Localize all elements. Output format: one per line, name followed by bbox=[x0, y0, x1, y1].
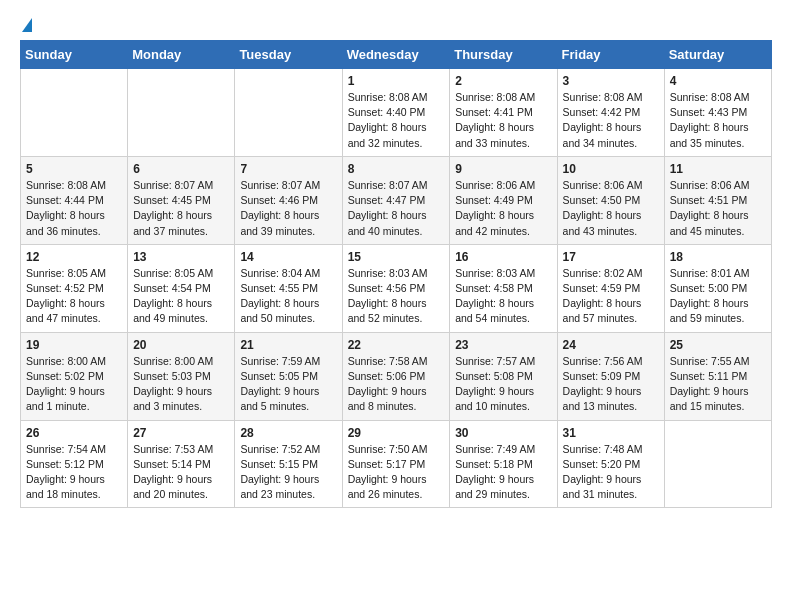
day-info: Sunrise: 8:08 AM Sunset: 4:41 PM Dayligh… bbox=[455, 90, 551, 151]
logo bbox=[20, 18, 32, 30]
day-number: 9 bbox=[455, 162, 551, 176]
day-number: 14 bbox=[240, 250, 336, 264]
day-info: Sunrise: 7:52 AM Sunset: 5:15 PM Dayligh… bbox=[240, 442, 336, 503]
day-info: Sunrise: 7:48 AM Sunset: 5:20 PM Dayligh… bbox=[563, 442, 659, 503]
day-number: 31 bbox=[563, 426, 659, 440]
day-info: Sunrise: 7:59 AM Sunset: 5:05 PM Dayligh… bbox=[240, 354, 336, 415]
day-number: 16 bbox=[455, 250, 551, 264]
calendar-cell: 18Sunrise: 8:01 AM Sunset: 5:00 PM Dayli… bbox=[664, 244, 771, 332]
calendar-week-row: 5Sunrise: 8:08 AM Sunset: 4:44 PM Daylig… bbox=[21, 156, 772, 244]
calendar-week-row: 19Sunrise: 8:00 AM Sunset: 5:02 PM Dayli… bbox=[21, 332, 772, 420]
calendar-cell: 16Sunrise: 8:03 AM Sunset: 4:58 PM Dayli… bbox=[450, 244, 557, 332]
calendar-cell: 3Sunrise: 8:08 AM Sunset: 4:42 PM Daylig… bbox=[557, 69, 664, 157]
day-number: 13 bbox=[133, 250, 229, 264]
calendar-cell: 22Sunrise: 7:58 AM Sunset: 5:06 PM Dayli… bbox=[342, 332, 450, 420]
calendar-cell: 13Sunrise: 8:05 AM Sunset: 4:54 PM Dayli… bbox=[128, 244, 235, 332]
day-info: Sunrise: 8:07 AM Sunset: 4:47 PM Dayligh… bbox=[348, 178, 445, 239]
day-info: Sunrise: 7:58 AM Sunset: 5:06 PM Dayligh… bbox=[348, 354, 445, 415]
day-info: Sunrise: 8:02 AM Sunset: 4:59 PM Dayligh… bbox=[563, 266, 659, 327]
day-info: Sunrise: 7:50 AM Sunset: 5:17 PM Dayligh… bbox=[348, 442, 445, 503]
logo-text bbox=[20, 18, 32, 34]
day-info: Sunrise: 7:53 AM Sunset: 5:14 PM Dayligh… bbox=[133, 442, 229, 503]
day-info: Sunrise: 8:08 AM Sunset: 4:42 PM Dayligh… bbox=[563, 90, 659, 151]
calendar-cell: 30Sunrise: 7:49 AM Sunset: 5:18 PM Dayli… bbox=[450, 420, 557, 508]
calendar-cell: 17Sunrise: 8:02 AM Sunset: 4:59 PM Dayli… bbox=[557, 244, 664, 332]
day-number: 17 bbox=[563, 250, 659, 264]
calendar-header-saturday: Saturday bbox=[664, 41, 771, 69]
calendar-cell: 25Sunrise: 7:55 AM Sunset: 5:11 PM Dayli… bbox=[664, 332, 771, 420]
day-number: 28 bbox=[240, 426, 336, 440]
day-number: 22 bbox=[348, 338, 445, 352]
day-number: 15 bbox=[348, 250, 445, 264]
day-info: Sunrise: 8:01 AM Sunset: 5:00 PM Dayligh… bbox=[670, 266, 766, 327]
calendar-header-row: SundayMondayTuesdayWednesdayThursdayFrid… bbox=[21, 41, 772, 69]
day-number: 8 bbox=[348, 162, 445, 176]
day-number: 5 bbox=[26, 162, 122, 176]
calendar-cell: 24Sunrise: 7:56 AM Sunset: 5:09 PM Dayli… bbox=[557, 332, 664, 420]
calendar-cell: 9Sunrise: 8:06 AM Sunset: 4:49 PM Daylig… bbox=[450, 156, 557, 244]
calendar-cell: 4Sunrise: 8:08 AM Sunset: 4:43 PM Daylig… bbox=[664, 69, 771, 157]
day-number: 27 bbox=[133, 426, 229, 440]
calendar-cell: 14Sunrise: 8:04 AM Sunset: 4:55 PM Dayli… bbox=[235, 244, 342, 332]
page: SundayMondayTuesdayWednesdayThursdayFrid… bbox=[0, 0, 792, 526]
day-info: Sunrise: 8:06 AM Sunset: 4:50 PM Dayligh… bbox=[563, 178, 659, 239]
calendar-cell: 21Sunrise: 7:59 AM Sunset: 5:05 PM Dayli… bbox=[235, 332, 342, 420]
calendar-header-sunday: Sunday bbox=[21, 41, 128, 69]
day-number: 21 bbox=[240, 338, 336, 352]
calendar-cell: 6Sunrise: 8:07 AM Sunset: 4:45 PM Daylig… bbox=[128, 156, 235, 244]
calendar-week-row: 1Sunrise: 8:08 AM Sunset: 4:40 PM Daylig… bbox=[21, 69, 772, 157]
calendar-cell: 31Sunrise: 7:48 AM Sunset: 5:20 PM Dayli… bbox=[557, 420, 664, 508]
day-number: 30 bbox=[455, 426, 551, 440]
calendar-cell bbox=[128, 69, 235, 157]
day-info: Sunrise: 8:06 AM Sunset: 4:49 PM Dayligh… bbox=[455, 178, 551, 239]
day-number: 20 bbox=[133, 338, 229, 352]
calendar-cell bbox=[21, 69, 128, 157]
day-info: Sunrise: 8:05 AM Sunset: 4:54 PM Dayligh… bbox=[133, 266, 229, 327]
calendar-week-row: 12Sunrise: 8:05 AM Sunset: 4:52 PM Dayli… bbox=[21, 244, 772, 332]
day-number: 7 bbox=[240, 162, 336, 176]
day-info: Sunrise: 8:03 AM Sunset: 4:58 PM Dayligh… bbox=[455, 266, 551, 327]
calendar-cell: 20Sunrise: 8:00 AM Sunset: 5:03 PM Dayli… bbox=[128, 332, 235, 420]
calendar-cell bbox=[235, 69, 342, 157]
day-number: 6 bbox=[133, 162, 229, 176]
day-info: Sunrise: 7:57 AM Sunset: 5:08 PM Dayligh… bbox=[455, 354, 551, 415]
logo-triangle-icon bbox=[22, 18, 32, 32]
day-info: Sunrise: 7:49 AM Sunset: 5:18 PM Dayligh… bbox=[455, 442, 551, 503]
calendar-header-monday: Monday bbox=[128, 41, 235, 69]
calendar-cell: 29Sunrise: 7:50 AM Sunset: 5:17 PM Dayli… bbox=[342, 420, 450, 508]
day-number: 11 bbox=[670, 162, 766, 176]
day-info: Sunrise: 8:08 AM Sunset: 4:44 PM Dayligh… bbox=[26, 178, 122, 239]
calendar-cell: 10Sunrise: 8:06 AM Sunset: 4:50 PM Dayli… bbox=[557, 156, 664, 244]
calendar-cell: 7Sunrise: 8:07 AM Sunset: 4:46 PM Daylig… bbox=[235, 156, 342, 244]
day-info: Sunrise: 8:08 AM Sunset: 4:40 PM Dayligh… bbox=[348, 90, 445, 151]
calendar-cell: 26Sunrise: 7:54 AM Sunset: 5:12 PM Dayli… bbox=[21, 420, 128, 508]
calendar-cell: 23Sunrise: 7:57 AM Sunset: 5:08 PM Dayli… bbox=[450, 332, 557, 420]
calendar-cell: 27Sunrise: 7:53 AM Sunset: 5:14 PM Dayli… bbox=[128, 420, 235, 508]
day-info: Sunrise: 7:55 AM Sunset: 5:11 PM Dayligh… bbox=[670, 354, 766, 415]
day-info: Sunrise: 7:54 AM Sunset: 5:12 PM Dayligh… bbox=[26, 442, 122, 503]
day-number: 26 bbox=[26, 426, 122, 440]
day-number: 25 bbox=[670, 338, 766, 352]
day-number: 3 bbox=[563, 74, 659, 88]
calendar-cell bbox=[664, 420, 771, 508]
calendar-header-tuesday: Tuesday bbox=[235, 41, 342, 69]
day-number: 12 bbox=[26, 250, 122, 264]
calendar-cell: 11Sunrise: 8:06 AM Sunset: 4:51 PM Dayli… bbox=[664, 156, 771, 244]
calendar-header-friday: Friday bbox=[557, 41, 664, 69]
day-info: Sunrise: 8:06 AM Sunset: 4:51 PM Dayligh… bbox=[670, 178, 766, 239]
day-info: Sunrise: 7:56 AM Sunset: 5:09 PM Dayligh… bbox=[563, 354, 659, 415]
day-info: Sunrise: 8:05 AM Sunset: 4:52 PM Dayligh… bbox=[26, 266, 122, 327]
calendar-cell: 1Sunrise: 8:08 AM Sunset: 4:40 PM Daylig… bbox=[342, 69, 450, 157]
day-number: 2 bbox=[455, 74, 551, 88]
day-info: Sunrise: 8:04 AM Sunset: 4:55 PM Dayligh… bbox=[240, 266, 336, 327]
day-info: Sunrise: 8:00 AM Sunset: 5:02 PM Dayligh… bbox=[26, 354, 122, 415]
day-number: 19 bbox=[26, 338, 122, 352]
day-info: Sunrise: 8:08 AM Sunset: 4:43 PM Dayligh… bbox=[670, 90, 766, 151]
day-number: 10 bbox=[563, 162, 659, 176]
calendar-cell: 28Sunrise: 7:52 AM Sunset: 5:15 PM Dayli… bbox=[235, 420, 342, 508]
day-number: 24 bbox=[563, 338, 659, 352]
day-info: Sunrise: 8:07 AM Sunset: 4:46 PM Dayligh… bbox=[240, 178, 336, 239]
day-number: 1 bbox=[348, 74, 445, 88]
calendar-cell: 5Sunrise: 8:08 AM Sunset: 4:44 PM Daylig… bbox=[21, 156, 128, 244]
calendar-cell: 12Sunrise: 8:05 AM Sunset: 4:52 PM Dayli… bbox=[21, 244, 128, 332]
